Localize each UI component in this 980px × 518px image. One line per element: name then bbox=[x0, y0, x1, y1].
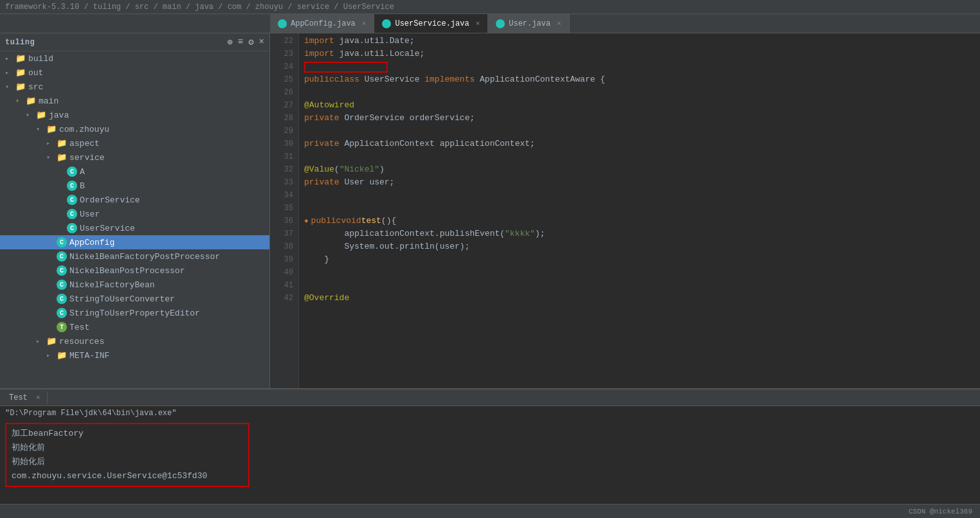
gutter-run-icon[interactable]: ● bbox=[304, 215, 309, 228]
bottom-tab-close[interactable]: × bbox=[36, 394, 41, 402]
code-container: 2223242526272829303132333435363738394041… bbox=[270, 33, 980, 388]
line-num-34: 34 bbox=[270, 189, 293, 202]
code-line-27[interactable]: @Autowired bbox=[304, 99, 980, 112]
code-line-34[interactable] bbox=[304, 189, 980, 202]
line-num-29: 29 bbox=[270, 125, 293, 138]
main-area: tuling ⊕ ≡ ⚙ × ▸📁build▸📁out▾📁src▾📁main▾📁… bbox=[0, 33, 980, 388]
status-text: CSDN @nickel369 bbox=[909, 508, 972, 515]
tree-item-User[interactable]: CUser bbox=[0, 207, 269, 221]
line-num-41: 41 bbox=[270, 279, 293, 292]
close-icon[interactable]: × bbox=[259, 37, 264, 48]
code-line-37[interactable]: applicationContext.publishEvent("kkkk"); bbox=[304, 228, 980, 240]
tree-label-com.zhouyu: com.zhouyu bbox=[59, 125, 109, 134]
line-num-23: 23 bbox=[270, 48, 293, 60]
class-icon-NickelBeanPostProcessor: C bbox=[57, 265, 67, 276]
tree-item-service[interactable]: ▾📁service bbox=[0, 150, 269, 165]
tree-item-UserService[interactable]: CUserService bbox=[0, 221, 269, 235]
tree-item-AppConfig[interactable]: CAppConfig bbox=[0, 235, 269, 249]
code-line-33[interactable]: private User user; bbox=[304, 176, 980, 189]
folder-icon-main: 📁 bbox=[26, 96, 36, 106]
line-num-26: 26 bbox=[270, 86, 293, 99]
tab-close-user[interactable]: × bbox=[557, 20, 561, 28]
line-num-22: 22 bbox=[270, 35, 293, 48]
tree-item-NickelBeanPostProcessor[interactable]: CNickelBeanPostProcessor bbox=[0, 263, 269, 278]
tab-label-appconfig: AppConfig.java bbox=[291, 19, 356, 28]
tree-item-NickelFactoryBean[interactable]: CNickelFactoryBean bbox=[0, 278, 269, 292]
code-line-42[interactable]: @Override bbox=[304, 292, 980, 305]
tree-item-resources[interactable]: ▸📁resources bbox=[0, 334, 269, 348]
code-line-29[interactable] bbox=[304, 125, 980, 138]
class-icon-A: C bbox=[67, 166, 77, 177]
code-line-35[interactable] bbox=[304, 202, 980, 215]
code-line-41[interactable] bbox=[304, 279, 980, 292]
tree-item-META-INF[interactable]: ▸📁META-INF bbox=[0, 348, 269, 362]
line-num-30: 30 bbox=[270, 138, 293, 150]
tree-item-aspect[interactable]: ▸📁aspect bbox=[0, 136, 269, 150]
tab-close-userservice[interactable]: × bbox=[476, 20, 480, 28]
tree-item-OrderService[interactable]: COrderService bbox=[0, 193, 269, 207]
editor-area: 2223242526272829303132333435363738394041… bbox=[270, 33, 980, 388]
code-line-32[interactable]: @Value("Nickel") bbox=[304, 163, 980, 176]
tab-icon-appconfig bbox=[278, 19, 287, 28]
code-line-36[interactable]: ● public void test(){ bbox=[304, 215, 980, 228]
collapse-icon[interactable]: ≡ bbox=[238, 37, 243, 48]
line-num-28: 28 bbox=[270, 112, 293, 125]
bottom-panel: Test × "D:\Program File\jdk\64\bin\java.… bbox=[0, 388, 980, 504]
tab-icon-userservice bbox=[382, 19, 391, 28]
tree-label-out: out bbox=[28, 68, 43, 78]
tree-item-java[interactable]: ▾📁java bbox=[0, 108, 269, 122]
folder-icon-src: 📁 bbox=[15, 82, 26, 92]
code-line-23[interactable]: import java.util.Locale; bbox=[304, 48, 980, 60]
folder-icon-aspect: 📁 bbox=[57, 138, 67, 148]
tree-item-build[interactable]: ▸📁build bbox=[0, 51, 269, 66]
tree-label-OrderService: OrderService bbox=[80, 195, 140, 205]
code-line-38[interactable]: System.out.println(user); bbox=[304, 240, 980, 253]
tree-label-User: User bbox=[80, 210, 100, 219]
tab-userservice[interactable]: UserService.java× bbox=[374, 14, 488, 33]
line-num-40: 40 bbox=[270, 266, 293, 279]
tree-item-Test[interactable]: TTest bbox=[0, 320, 269, 334]
line-num-27: 27 bbox=[270, 99, 293, 112]
class-icon-OrderService: C bbox=[67, 195, 77, 205]
tree-item-com.zhouyu[interactable]: ▾📁com.zhouyu bbox=[0, 122, 269, 136]
tree-label-Test: Test bbox=[69, 323, 89, 332]
tree-label-java: java bbox=[49, 111, 69, 120]
tree-item-main[interactable]: ▾📁main bbox=[0, 94, 269, 108]
code-line-28[interactable]: private OrderService orderService; bbox=[304, 112, 980, 125]
tree-item-StringToUserPropertyEditor[interactable]: CStringToUserPropertyEditor bbox=[0, 306, 269, 320]
bottom-tab-test[interactable]: Test × bbox=[3, 391, 48, 404]
code-line-31[interactable] bbox=[304, 150, 980, 163]
tree-item-src[interactable]: ▾📁src bbox=[0, 80, 269, 94]
sidebar-title: tuling bbox=[5, 38, 35, 47]
code-line-39[interactable]: } bbox=[304, 253, 980, 266]
code-line-22[interactable]: import java.util.Date; bbox=[304, 35, 980, 48]
settings-icon[interactable]: ⚙ bbox=[248, 37, 253, 48]
tab-close-appconfig[interactable]: × bbox=[362, 20, 367, 28]
tree-label-StringToUserPropertyEditor: StringToUserPropertyEditor bbox=[69, 308, 200, 318]
line-num-37: 37 bbox=[270, 228, 293, 240]
code-line-26[interactable] bbox=[304, 86, 980, 99]
tree-item-NickelBeanFactoryPostProcessor[interactable]: CNickelBeanFactoryPostProcessor bbox=[0, 249, 269, 263]
code-line-25[interactable]: public class UserService implements Appl… bbox=[304, 73, 980, 86]
code-line-40[interactable] bbox=[304, 266, 980, 279]
breadcrumb-text: framework-5.3.10 / tuling / src / main /… bbox=[5, 3, 394, 12]
tree-label-aspect: aspect bbox=[69, 139, 100, 148]
tree-item-B[interactable]: CB bbox=[0, 179, 269, 193]
code-line-24[interactable] bbox=[304, 60, 980, 73]
folder-icon-resources: 📁 bbox=[46, 336, 57, 346]
class-icon-UserService: C bbox=[67, 223, 77, 233]
exe-line: "D:\Program File\jdk\64\bin\java.exe" bbox=[5, 409, 975, 418]
folder-icon-com.zhouyu: 📁 bbox=[46, 124, 57, 134]
sync-icon[interactable]: ⊕ bbox=[227, 37, 232, 48]
code-area[interactable]: import java.util.Date;import java.util.L… bbox=[299, 33, 980, 388]
tab-user[interactable]: User.java× bbox=[488, 14, 569, 33]
tree-item-StringToUserConverter[interactable]: CStringToUserConverter bbox=[0, 292, 269, 306]
tree-label-A: A bbox=[80, 167, 85, 177]
tree-item-A[interactable]: CA bbox=[0, 165, 269, 179]
tree-arrow-build: ▸ bbox=[5, 55, 15, 62]
tab-appconfig[interactable]: AppConfig.java× bbox=[270, 14, 374, 33]
tree-item-out[interactable]: ▸📁out bbox=[0, 66, 269, 80]
code-line-30[interactable]: private ApplicationContext applicationCo… bbox=[304, 138, 980, 150]
line-num-39: 39 bbox=[270, 253, 293, 266]
sidebar-toolbar: tuling ⊕ ≡ ⚙ × bbox=[0, 33, 269, 51]
